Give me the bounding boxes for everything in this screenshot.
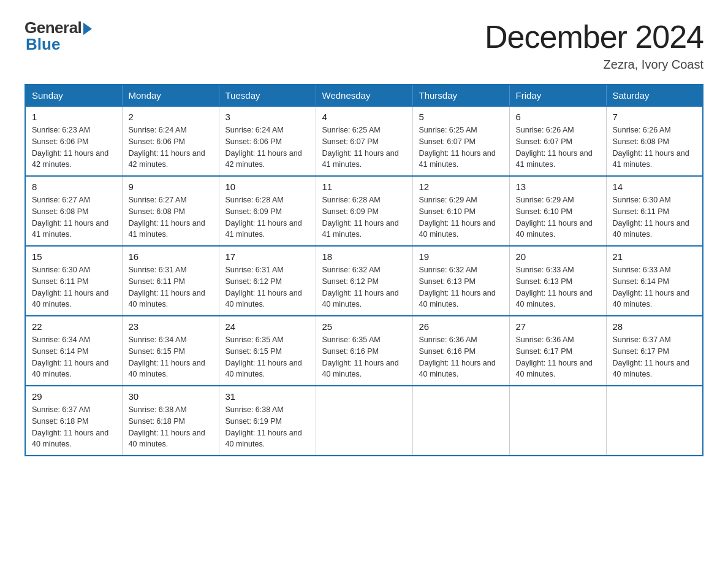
calendar-week-row: 29 Sunrise: 6:37 AM Sunset: 6:18 PM Dayl… [25, 386, 703, 456]
calendar-cell: 21 Sunrise: 6:33 AM Sunset: 6:14 PM Dayl… [606, 246, 703, 316]
day-number: 19 [419, 251, 503, 262]
day-info: Sunrise: 6:29 AM Sunset: 6:10 PM Dayligh… [516, 194, 600, 240]
calendar-cell: 30 Sunrise: 6:38 AM Sunset: 6:18 PM Dayl… [122, 386, 219, 456]
title-area: December 2024 Zezra, Ivory Coast [485, 18, 703, 72]
calendar-cell: 31 Sunrise: 6:38 AM Sunset: 6:19 PM Dayl… [219, 386, 316, 456]
day-info: Sunrise: 6:24 AM Sunset: 6:06 PM Dayligh… [129, 124, 213, 170]
day-info: Sunrise: 6:29 AM Sunset: 6:10 PM Dayligh… [419, 194, 503, 240]
calendar-cell [316, 386, 412, 456]
day-info: Sunrise: 6:30 AM Sunset: 6:11 PM Dayligh… [32, 264, 116, 310]
calendar-cell: 19 Sunrise: 6:32 AM Sunset: 6:13 PM Dayl… [412, 246, 509, 316]
calendar-cell: 22 Sunrise: 6:34 AM Sunset: 6:14 PM Dayl… [25, 316, 122, 386]
calendar-cell: 25 Sunrise: 6:35 AM Sunset: 6:16 PM Dayl… [316, 316, 412, 386]
header-monday: Monday [122, 85, 219, 106]
header-tuesday: Tuesday [219, 85, 316, 106]
day-info: Sunrise: 6:34 AM Sunset: 6:14 PM Dayligh… [32, 334, 116, 380]
day-number: 22 [32, 321, 116, 332]
day-info: Sunrise: 6:33 AM Sunset: 6:13 PM Dayligh… [516, 264, 600, 310]
logo: General Blue [25, 18, 92, 54]
day-number: 1 [32, 112, 116, 122]
day-number: 20 [516, 251, 600, 262]
calendar-cell: 5 Sunrise: 6:25 AM Sunset: 6:07 PM Dayli… [412, 106, 509, 176]
calendar-cell: 24 Sunrise: 6:35 AM Sunset: 6:15 PM Dayl… [219, 316, 316, 386]
day-number: 8 [32, 182, 116, 192]
calendar-cell [606, 386, 703, 456]
day-number: 15 [32, 251, 116, 262]
calendar-cell: 14 Sunrise: 6:30 AM Sunset: 6:11 PM Dayl… [606, 176, 703, 246]
calendar-cell: 28 Sunrise: 6:37 AM Sunset: 6:17 PM Dayl… [606, 316, 703, 386]
calendar-cell: 27 Sunrise: 6:36 AM Sunset: 6:17 PM Dayl… [509, 316, 606, 386]
calendar-cell: 2 Sunrise: 6:24 AM Sunset: 6:06 PM Dayli… [122, 106, 219, 176]
day-info: Sunrise: 6:37 AM Sunset: 6:17 PM Dayligh… [613, 334, 697, 380]
calendar-cell: 4 Sunrise: 6:25 AM Sunset: 6:07 PM Dayli… [316, 106, 412, 176]
day-number: 18 [322, 251, 406, 262]
day-info: Sunrise: 6:38 AM Sunset: 6:18 PM Dayligh… [129, 404, 213, 450]
calendar-header-row: SundayMondayTuesdayWednesdayThursdayFrid… [25, 85, 703, 106]
day-number: 21 [613, 251, 697, 262]
logo-arrow-icon [83, 23, 92, 35]
day-info: Sunrise: 6:28 AM Sunset: 6:09 PM Dayligh… [226, 194, 309, 240]
day-info: Sunrise: 6:25 AM Sunset: 6:07 PM Dayligh… [322, 124, 406, 170]
day-info: Sunrise: 6:36 AM Sunset: 6:16 PM Dayligh… [419, 334, 503, 380]
calendar-cell: 11 Sunrise: 6:28 AM Sunset: 6:09 PM Dayl… [316, 176, 412, 246]
day-info: Sunrise: 6:37 AM Sunset: 6:18 PM Dayligh… [32, 404, 116, 450]
header-saturday: Saturday [606, 85, 703, 106]
header-thursday: Thursday [412, 85, 509, 106]
day-number: 3 [226, 112, 309, 122]
day-number: 2 [129, 112, 213, 122]
day-number: 7 [613, 112, 697, 122]
day-number: 9 [129, 182, 213, 192]
calendar-cell [509, 386, 606, 456]
calendar-cell: 18 Sunrise: 6:32 AM Sunset: 6:12 PM Dayl… [316, 246, 412, 316]
calendar-week-row: 8 Sunrise: 6:27 AM Sunset: 6:08 PM Dayli… [25, 176, 703, 246]
day-info: Sunrise: 6:28 AM Sunset: 6:09 PM Dayligh… [322, 194, 406, 240]
day-info: Sunrise: 6:31 AM Sunset: 6:11 PM Dayligh… [129, 264, 213, 310]
day-info: Sunrise: 6:36 AM Sunset: 6:17 PM Dayligh… [516, 334, 600, 380]
calendar-cell: 6 Sunrise: 6:26 AM Sunset: 6:07 PM Dayli… [509, 106, 606, 176]
day-info: Sunrise: 6:34 AM Sunset: 6:15 PM Dayligh… [129, 334, 213, 380]
day-info: Sunrise: 6:30 AM Sunset: 6:11 PM Dayligh… [613, 194, 697, 240]
calendar-cell: 1 Sunrise: 6:23 AM Sunset: 6:06 PM Dayli… [25, 106, 122, 176]
day-info: Sunrise: 6:31 AM Sunset: 6:12 PM Dayligh… [226, 264, 309, 310]
calendar-cell: 26 Sunrise: 6:36 AM Sunset: 6:16 PM Dayl… [412, 316, 509, 386]
calendar-week-row: 1 Sunrise: 6:23 AM Sunset: 6:06 PM Dayli… [25, 106, 703, 176]
day-number: 4 [322, 112, 406, 122]
day-number: 13 [516, 182, 600, 192]
calendar-week-row: 22 Sunrise: 6:34 AM Sunset: 6:14 PM Dayl… [25, 316, 703, 386]
day-number: 24 [226, 321, 309, 332]
day-number: 29 [32, 391, 116, 402]
calendar-cell [412, 386, 509, 456]
day-number: 14 [613, 182, 697, 192]
calendar-cell: 20 Sunrise: 6:33 AM Sunset: 6:13 PM Dayl… [509, 246, 606, 316]
calendar-week-row: 15 Sunrise: 6:30 AM Sunset: 6:11 PM Dayl… [25, 246, 703, 316]
day-info: Sunrise: 6:27 AM Sunset: 6:08 PM Dayligh… [32, 194, 116, 240]
day-number: 11 [322, 182, 406, 192]
day-number: 23 [129, 321, 213, 332]
calendar-cell: 17 Sunrise: 6:31 AM Sunset: 6:12 PM Dayl… [219, 246, 316, 316]
day-info: Sunrise: 6:25 AM Sunset: 6:07 PM Dayligh… [419, 124, 503, 170]
day-number: 26 [419, 321, 503, 332]
calendar-cell: 7 Sunrise: 6:26 AM Sunset: 6:08 PM Dayli… [606, 106, 703, 176]
calendar-cell: 12 Sunrise: 6:29 AM Sunset: 6:10 PM Dayl… [412, 176, 509, 246]
header-sunday: Sunday [25, 85, 122, 106]
location-subtitle: Zezra, Ivory Coast [485, 58, 703, 72]
day-info: Sunrise: 6:26 AM Sunset: 6:07 PM Dayligh… [516, 124, 600, 170]
logo-blue-text: Blue [25, 35, 60, 54]
calendar-table: SundayMondayTuesdayWednesdayThursdayFrid… [25, 84, 703, 456]
calendar-cell: 15 Sunrise: 6:30 AM Sunset: 6:11 PM Dayl… [25, 246, 122, 316]
calendar-cell: 8 Sunrise: 6:27 AM Sunset: 6:08 PM Dayli… [25, 176, 122, 246]
page-header: General Blue December 2024 Zezra, Ivory … [25, 18, 703, 72]
calendar-cell: 16 Sunrise: 6:31 AM Sunset: 6:11 PM Dayl… [122, 246, 219, 316]
day-info: Sunrise: 6:24 AM Sunset: 6:06 PM Dayligh… [226, 124, 309, 170]
calendar-cell: 23 Sunrise: 6:34 AM Sunset: 6:15 PM Dayl… [122, 316, 219, 386]
header-wednesday: Wednesday [316, 85, 412, 106]
day-number: 16 [129, 251, 213, 262]
month-title: December 2024 [485, 18, 703, 55]
day-number: 12 [419, 182, 503, 192]
calendar-cell: 10 Sunrise: 6:28 AM Sunset: 6:09 PM Dayl… [219, 176, 316, 246]
day-number: 5 [419, 112, 503, 122]
day-info: Sunrise: 6:35 AM Sunset: 6:15 PM Dayligh… [226, 334, 309, 380]
calendar-cell: 29 Sunrise: 6:37 AM Sunset: 6:18 PM Dayl… [25, 386, 122, 456]
calendar-cell: 9 Sunrise: 6:27 AM Sunset: 6:08 PM Dayli… [122, 176, 219, 246]
day-info: Sunrise: 6:38 AM Sunset: 6:19 PM Dayligh… [226, 404, 309, 450]
